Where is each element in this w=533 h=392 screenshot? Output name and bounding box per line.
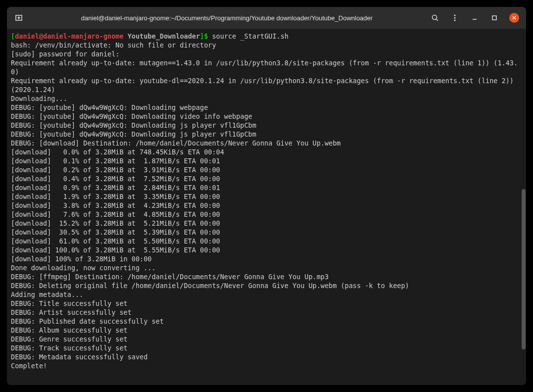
svg-point-7: [454, 20, 456, 21]
svg-point-5: [454, 15, 456, 16]
scrollbar[interactable]: [521, 29, 526, 385]
terminal-output: bash: /venv/bin/activate: No such file o…: [11, 41, 518, 370]
close-button[interactable]: [509, 13, 519, 23]
terminal-window: daniel@daniel-manjaro-gnome:~/Documents/…: [7, 7, 526, 385]
terminal-content[interactable]: [daniel@daniel-manjaro-gnome Youtube_Dow…: [7, 29, 526, 385]
svg-point-3: [433, 15, 437, 20]
prompt-user-host: daniel@daniel-manjaro-gnome: [15, 32, 123, 40]
svg-line-4: [436, 19, 438, 21]
new-tab-icon[interactable]: [11, 10, 27, 26]
minimize-button[interactable]: [467, 10, 483, 26]
search-button[interactable]: [427, 10, 443, 26]
window-title: daniel@daniel-manjaro-gnome:~/Documents/…: [31, 14, 423, 22]
prompt-path: Youtube_Downloader: [128, 32, 200, 40]
maximize-button[interactable]: [486, 10, 502, 26]
svg-point-6: [454, 17, 456, 19]
svg-rect-9: [492, 16, 496, 20]
titlebar: daniel@daniel-manjaro-gnome:~/Documents/…: [7, 7, 526, 29]
menu-button[interactable]: [447, 10, 463, 26]
command-text: source _StartGUI.sh: [212, 32, 288, 40]
scrollbar-thumb[interactable]: [522, 189, 526, 349]
